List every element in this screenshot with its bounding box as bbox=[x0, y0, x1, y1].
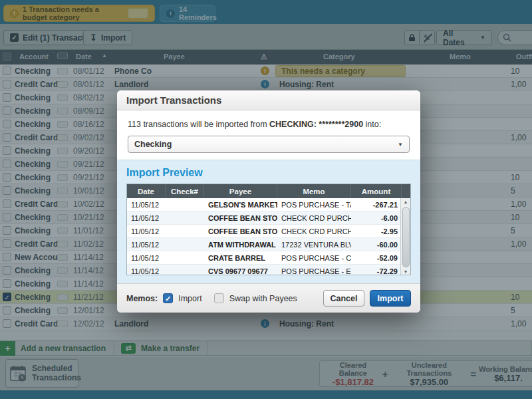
preview-date: 11/05/12 bbox=[127, 265, 166, 275]
preview-column-date[interactable]: Date bbox=[127, 184, 166, 198]
preview-table-header: Date Check# Payee Memo Amount bbox=[127, 184, 410, 198]
preview-date: 11/05/12 bbox=[127, 238, 166, 251]
preview-payee: COFFEE BEAN STORE bbox=[204, 225, 277, 237]
preview-row: 11/05/12 GELSON'S MARKET POS PURCHASE - … bbox=[127, 198, 410, 211]
preview-date: 11/05/12 bbox=[127, 211, 166, 224]
import-transactions-dialog: Import Transactions 113 transactions wil… bbox=[117, 90, 420, 313]
preview-amount: -72.29 bbox=[351, 265, 402, 275]
target-account-value: Checking bbox=[134, 140, 172, 149]
preview-payee: ATM WITHDRAWAL bbox=[204, 238, 277, 251]
scrollbar-thumb[interactable] bbox=[402, 207, 410, 267]
preview-column-check[interactable]: Check# bbox=[166, 184, 204, 198]
preview-check bbox=[166, 251, 204, 264]
cancel-button[interactable]: Cancel bbox=[323, 290, 364, 307]
preview-memo: CHECK CRD PURCHAS... bbox=[277, 225, 351, 237]
preview-row: 11/05/12 CRATE BARREL POS PURCHASE - CAN… bbox=[127, 251, 410, 265]
preview-rows: 11/05/12 GELSON'S MARKET POS PURCHASE - … bbox=[127, 198, 410, 275]
preview-column-payee[interactable]: Payee bbox=[204, 184, 277, 198]
scroll-up-icon[interactable]: ▲ bbox=[404, 199, 408, 205]
target-account-select[interactable]: Checking ▼ bbox=[128, 136, 410, 153]
preview-column-memo[interactable]: Memo bbox=[277, 184, 351, 198]
scroll-down-icon[interactable]: ▼ bbox=[404, 269, 408, 275]
preview-memo: POS PURCHASE - TAR... bbox=[277, 198, 351, 211]
memo-import-checkbox[interactable]: ✓ bbox=[163, 293, 173, 303]
preview-check bbox=[166, 211, 204, 224]
memo-swap-checkbox[interactable] bbox=[214, 293, 224, 303]
chevron-down-icon: ▼ bbox=[398, 142, 403, 148]
preview-check bbox=[166, 238, 204, 251]
preview-memo: POS PURCHASE - Enci... bbox=[277, 265, 351, 275]
preview-row: 11/05/12 COFFEE BEAN STORE CHECK CRD PUR… bbox=[127, 211, 410, 225]
preview-check bbox=[166, 265, 204, 275]
dialog-title: Import Transactions bbox=[126, 94, 221, 106]
preview-payee: COFFEE BEAN STORE bbox=[204, 211, 277, 224]
preview-row: 11/05/12 ATM WITHDRAWAL 17232 VENTURA BL… bbox=[127, 238, 410, 251]
source-account-text: CHECKING: ********2900 bbox=[269, 120, 363, 129]
import-summary-text: 113 transactions will be imported from C… bbox=[117, 110, 420, 134]
preview-date: 11/05/12 bbox=[127, 225, 166, 237]
preview-payee: CRATE BARREL bbox=[204, 251, 277, 264]
memo-import-label: Import bbox=[178, 294, 201, 303]
preview-row: 11/05/12 COFFEE BEAN STORE CHECK CRD PUR… bbox=[127, 225, 410, 238]
preview-memo: CHECK CRD PURCHAS... bbox=[277, 211, 351, 224]
import-preview-title: Import Preview bbox=[126, 167, 411, 179]
preview-date: 11/05/12 bbox=[127, 198, 166, 211]
preview-amount: -2.95 bbox=[351, 225, 402, 237]
dialog-header: Import Transactions bbox=[117, 90, 420, 110]
memo-swap-label: Swap with Payees bbox=[229, 294, 297, 303]
preview-memo: POS PURCHASE - CAN... bbox=[277, 251, 351, 264]
preview-table: Date Check# Payee Memo Amount 11/05/12 G… bbox=[126, 184, 411, 275]
preview-scrollbar[interactable]: ▲ ▼ bbox=[400, 198, 410, 275]
preview-amount: -52.09 bbox=[351, 251, 402, 264]
preview-amount: -60.00 bbox=[351, 238, 402, 251]
preview-date: 11/05/12 bbox=[127, 251, 166, 264]
preview-row: 11/05/12 CVS 09677 09677 POS PURCHASE - … bbox=[127, 265, 410, 275]
preview-check bbox=[166, 198, 204, 211]
preview-payee: GELSON'S MARKET bbox=[204, 198, 277, 211]
preview-amount: -6.00 bbox=[351, 211, 402, 224]
dialog-footer: Memos: ✓ Import Swap with Payees Cancel … bbox=[117, 283, 420, 313]
import-confirm-button[interactable]: Import bbox=[370, 290, 411, 307]
preview-memo: 17232 VENTURA BLV... bbox=[277, 238, 351, 251]
memos-label: Memos: bbox=[126, 294, 158, 303]
preview-check bbox=[166, 225, 204, 237]
preview-amount: -267.21 bbox=[351, 198, 402, 211]
preview-column-amount[interactable]: Amount bbox=[351, 184, 402, 198]
preview-payee: CVS 09677 09677 bbox=[204, 265, 277, 275]
import-preview-section: Import Preview Date Check# Payee Memo Am… bbox=[117, 160, 420, 283]
